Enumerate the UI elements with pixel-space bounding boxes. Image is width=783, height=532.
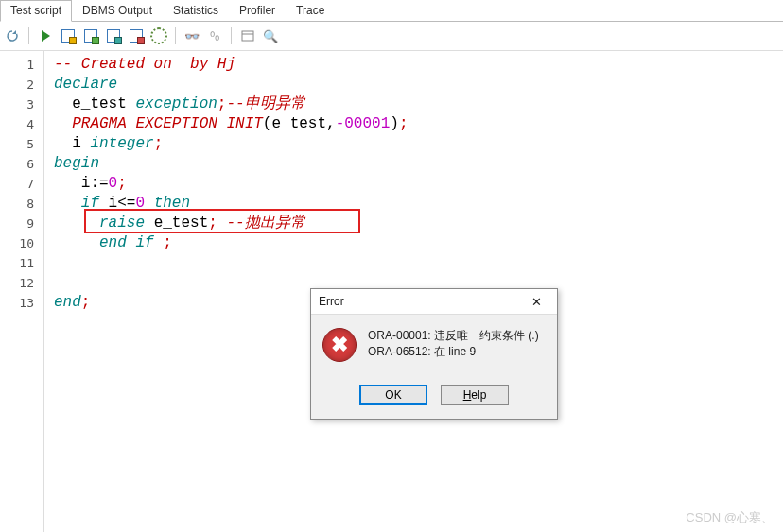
close-icon[interactable]: ✕ — [523, 292, 549, 311]
code-line[interactable]: PRAGMA EXCEPTION_INIT(e_test,-00001); — [54, 114, 783, 134]
error-dialog: Error ✕ ✖ ORA-00001: 违反唯一约束条件 (.) ORA-06… — [310, 288, 558, 420]
step-over-icon[interactable] — [82, 27, 99, 44]
code-line[interactable]: declare — [54, 75, 783, 94]
line-number: 8 — [0, 194, 44, 214]
line-number: 12 — [0, 273, 44, 293]
separator — [175, 27, 176, 44]
line-gutter: 12345678910111213 — [0, 51, 44, 532]
tab-trace[interactable]: Trace — [286, 0, 335, 21]
tab-dbms-output[interactable]: DBMS Output — [72, 0, 163, 21]
code-line[interactable]: end if ; — [54, 233, 783, 253]
svg-rect-0 — [242, 31, 253, 41]
play-icon[interactable] — [37, 27, 54, 44]
code-line[interactable]: i:=0; — [54, 174, 783, 194]
code-line[interactable] — [54, 253, 783, 273]
dialog-buttons: OK Help — [311, 379, 557, 419]
line-number: 2 — [0, 75, 44, 94]
line-number: 4 — [0, 114, 44, 134]
line-number: 10 — [0, 233, 44, 253]
help-button[interactable]: Help — [441, 385, 509, 405]
separator — [231, 27, 232, 44]
tab-bar: Test scriptDBMS OutputStatisticsProfiler… — [0, 0, 783, 22]
code-line[interactable]: i integer; — [54, 134, 783, 154]
tab-statistics[interactable]: Statistics — [163, 0, 229, 21]
line-number: 5 — [0, 134, 44, 154]
stop-icon[interactable] — [128, 27, 145, 44]
code-line[interactable]: -- Created on by Hj — [54, 55, 783, 75]
code-line[interactable]: e_test exception;--申明异常 — [54, 94, 783, 114]
line-number: 7 — [0, 174, 44, 194]
dialog-titlebar: Error ✕ — [311, 289, 557, 315]
dialog-title-text: Error — [319, 295, 344, 308]
vars-icon[interactable]: ⁰₀ — [206, 27, 223, 44]
tab-test-script[interactable]: Test script — [0, 0, 72, 22]
line-number: 13 — [0, 293, 44, 313]
glasses-icon[interactable]: 👓 — [183, 27, 200, 44]
error-line-2: ORA-06512: 在 line 9 — [368, 344, 539, 360]
ok-button[interactable]: OK — [359, 385, 427, 405]
toolbar: 👓 ⁰₀ 🔍 — [0, 22, 783, 51]
window-icon[interactable] — [239, 27, 256, 44]
tab-profiler[interactable]: Profiler — [229, 0, 286, 21]
line-number: 11 — [0, 253, 44, 273]
line-number: 6 — [0, 154, 44, 174]
dialog-body: ✖ ORA-00001: 违反唯一约束条件 (.) ORA-06512: 在 l… — [311, 315, 557, 379]
step-in-icon[interactable] — [60, 27, 77, 44]
search-icon[interactable]: 🔍 — [262, 27, 279, 44]
code-line[interactable]: raise e_test; --抛出异常 — [54, 214, 783, 233]
settings-icon[interactable] — [150, 27, 167, 44]
dialog-message: ORA-00001: 违反唯一约束条件 (.) ORA-06512: 在 lin… — [368, 328, 539, 360]
watermark: CSDN @心寒、 — [686, 509, 774, 526]
code-line[interactable]: if i<=0 then — [54, 194, 783, 214]
line-number: 3 — [0, 94, 44, 114]
line-number: 1 — [0, 55, 44, 75]
refresh-icon[interactable] — [4, 27, 21, 44]
separator — [28, 27, 29, 44]
line-number: 9 — [0, 214, 44, 233]
step-out-icon[interactable] — [105, 27, 122, 44]
error-icon: ✖ — [322, 328, 357, 362]
code-line[interactable]: begin — [54, 154, 783, 174]
error-line-1: ORA-00001: 违反唯一约束条件 (.) — [368, 328, 539, 344]
